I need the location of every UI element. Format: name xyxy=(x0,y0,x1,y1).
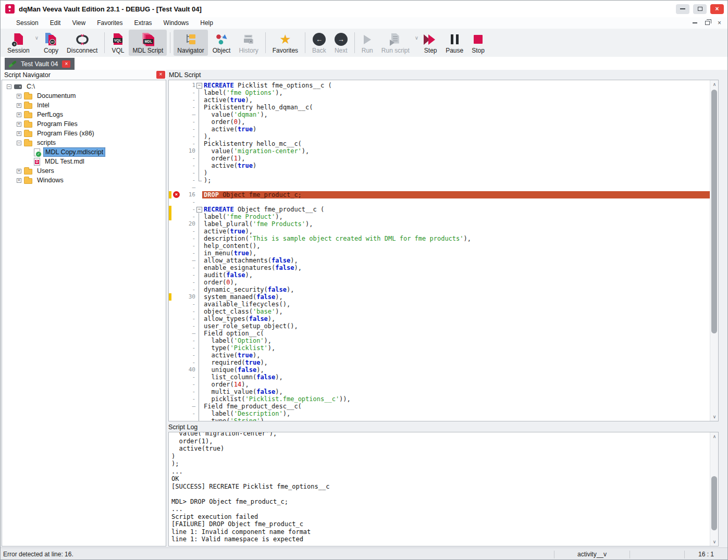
expand-icon[interactable]: + xyxy=(17,178,21,183)
scroll-up-icon[interactable] xyxy=(710,80,719,89)
code-line[interactable]: - required(true), xyxy=(169,359,710,366)
tree-item-label[interactable]: Intel xyxy=(35,101,51,109)
mdl-script-button[interactable]: MDL MDL Script xyxy=(129,30,167,56)
menu-view[interactable]: View xyxy=(66,18,91,28)
object-button[interactable]: Object xyxy=(209,30,235,56)
copy-button[interactable]: Copy xyxy=(40,30,62,56)
tree-item[interactable]: +Windows xyxy=(2,176,166,185)
child-close-icon[interactable]: × xyxy=(718,20,721,26)
script-navigator-close-icon[interactable] xyxy=(156,71,165,79)
disconnect-button[interactable]: Disconnect xyxy=(63,30,101,56)
code-line[interactable]: -enable_esignatures(false), xyxy=(169,264,710,271)
expand-icon[interactable]: + xyxy=(17,169,21,173)
code-line[interactable]: – value('dqman'), xyxy=(169,111,710,118)
code-line[interactable]: 40 unique(false), xyxy=(169,366,710,374)
code-line[interactable]: - order(0), xyxy=(169,118,710,126)
maximize-button[interactable] xyxy=(693,4,707,14)
tree-item[interactable]: −C:\ xyxy=(2,82,166,91)
code-line[interactable]: - type('Picklist'), xyxy=(169,344,710,352)
expand-icon[interactable]: + xyxy=(17,94,21,98)
scrollbar-thumb[interactable] xyxy=(711,90,717,333)
code-line[interactable]: – xyxy=(169,184,710,191)
fold-collapse-icon[interactable] xyxy=(195,206,202,213)
tree-item-label[interactable]: Users xyxy=(35,167,56,175)
code-line[interactable]: -); xyxy=(169,177,710,184)
pause-button[interactable]: Pause xyxy=(442,30,467,56)
session-button[interactable]: Session xyxy=(4,30,33,56)
tree-item[interactable]: +Intel xyxy=(2,101,166,110)
code-line[interactable]: - active(true), xyxy=(169,352,710,359)
tree-item[interactable]: +PerfLogs xyxy=(2,110,166,119)
code-line[interactable]: -allow_types(false), xyxy=(169,315,710,322)
stop-button[interactable]: Stop xyxy=(468,30,488,56)
editor-scrollbar[interactable] xyxy=(710,80,718,421)
code-area[interactable]: 1RECREATE Picklist fme_options__c (-labe… xyxy=(169,80,710,421)
log-scrollbar[interactable] xyxy=(710,432,718,546)
code-line[interactable]: -RECREATE Object fme_product__c ( xyxy=(169,206,710,213)
code-line[interactable]: -active(true), xyxy=(169,96,710,104)
code-line[interactable]: 20label_plural('fme Products'), xyxy=(169,220,710,228)
code-line[interactable]: - order(14), xyxy=(169,381,710,388)
step-button[interactable]: Step xyxy=(420,30,441,56)
tab-test-vault-04[interactable]: Test Vault 04 xyxy=(5,58,75,70)
tree-item-label[interactable]: Program Files (x86) xyxy=(35,129,96,138)
tree-item-label[interactable]: Windows xyxy=(35,176,65,184)
code-line[interactable]: -Picklistentry hello_mc__c( xyxy=(169,140,710,147)
menu-edit[interactable]: Edit xyxy=(44,18,67,28)
code-line[interactable]: - list_column(false), xyxy=(169,374,710,381)
expand-icon[interactable]: + xyxy=(17,131,21,136)
code-line[interactable]: - type('String') xyxy=(169,417,710,421)
menu-windows[interactable]: Windows xyxy=(158,18,195,28)
tree-item[interactable]: −scripts xyxy=(2,138,166,147)
tree-item[interactable]: MDL Test.mdl xyxy=(2,157,166,166)
code-line[interactable]: - picklist('Picklist.fme_options__c')), xyxy=(169,395,710,403)
vql-button[interactable]: VQL VQL xyxy=(108,30,128,56)
menu-favorites[interactable]: Favorites xyxy=(91,18,128,28)
navigator-button[interactable]: Navigator xyxy=(174,30,207,56)
code-line[interactable]: -active(true), xyxy=(169,228,710,235)
expand-icon[interactable]: + xyxy=(17,122,21,127)
scroll-up-icon[interactable] xyxy=(710,432,719,441)
tree-item[interactable]: MDL Copy.mdlscript xyxy=(2,147,166,157)
code-line[interactable]: -help_content(), xyxy=(169,242,710,250)
tree-item-label[interactable]: MDL Test.mdl xyxy=(43,157,86,166)
code-line[interactable]: 30system_manaed(false), xyxy=(169,293,710,301)
tree-item-label[interactable]: PerfLogs xyxy=(35,110,65,119)
menu-help[interactable]: Help xyxy=(194,18,219,28)
code-line[interactable]: - active(true) xyxy=(169,126,710,133)
code-line[interactable]: - label('Description'), xyxy=(169,410,710,417)
code-line[interactable]: -Picklistentry hello_dqman__c( xyxy=(169,104,710,111)
tree-item-label[interactable]: Documentum xyxy=(35,92,77,100)
code-line[interactable]: –allow_attachments(false), xyxy=(169,257,710,264)
tree-item[interactable]: +Program Files (x86) xyxy=(2,129,166,138)
session-chevron-down-icon[interactable] xyxy=(34,35,40,41)
tree-item[interactable]: +Users xyxy=(2,166,166,176)
child-minimize-icon[interactable] xyxy=(693,22,697,23)
scroll-down-icon[interactable] xyxy=(710,538,719,546)
scrollbar-thumb[interactable] xyxy=(711,476,717,530)
code-line[interactable]: -order(0), xyxy=(169,279,710,286)
code-line[interactable]: –Field option__c( xyxy=(169,330,710,337)
code-line[interactable]: - xyxy=(169,198,710,206)
code-line[interactable]: -dynamic_security(false), xyxy=(169,286,710,293)
code-line[interactable]: 10 value('migration-center'), xyxy=(169,147,710,155)
code-line[interactable]: 1RECREATE Picklist fme_options__c ( xyxy=(169,82,710,89)
collapse-icon[interactable]: − xyxy=(17,141,21,145)
minimize-button[interactable] xyxy=(676,4,689,14)
collapse-icon[interactable]: − xyxy=(7,84,11,89)
code-line[interactable]: - order(1), xyxy=(169,155,710,162)
tree-item-label[interactable]: Program Files xyxy=(35,120,79,128)
code-line[interactable]: –Field fme_product_desc__c( xyxy=(169,403,710,410)
tree-item-label[interactable]: scripts xyxy=(35,139,57,147)
code-line[interactable]: -in_menu(true), xyxy=(169,250,710,257)
scroll-down-icon[interactable] xyxy=(710,413,719,421)
code-line[interactable]: -), xyxy=(169,133,710,140)
expand-icon[interactable]: + xyxy=(17,113,21,117)
code-line[interactable]: -label('fme Product'), xyxy=(169,213,710,220)
tree-item-label[interactable]: MDL Copy.mdlscript xyxy=(43,147,105,157)
close-button[interactable]: × xyxy=(710,4,724,14)
code-line[interactable]: - multi_value(false), xyxy=(169,388,710,395)
child-restore-icon[interactable] xyxy=(705,21,710,25)
expand-icon[interactable]: + xyxy=(17,103,21,108)
code-line[interactable]: -user_role_setup_object(), xyxy=(169,322,710,330)
